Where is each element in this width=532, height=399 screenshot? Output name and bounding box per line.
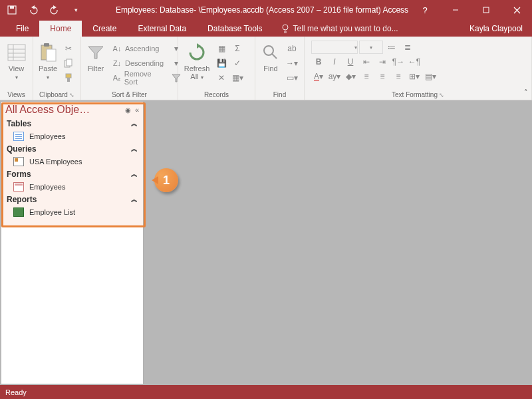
collapse-icon: ︽ (131, 170, 138, 179)
copy-icon (64, 59, 73, 68)
nav-collapse-icon[interactable]: « (135, 106, 139, 114)
align-right-button[interactable]: ≡ (391, 70, 406, 83)
tell-me-search[interactable]: Tell me what you want to do... (273, 21, 406, 37)
callout-number: 1 (163, 174, 170, 188)
nav-category-tables[interactable]: Tables︽ (1, 118, 143, 130)
delete-button[interactable]: ✕ (214, 71, 229, 84)
collapse-icon: ︽ (131, 195, 138, 204)
font-color-button[interactable]: A▾ (311, 70, 326, 83)
find-button[interactable]: Find (258, 41, 283, 74)
refresh-label: Refresh All (184, 65, 210, 80)
status-bar: Ready (0, 385, 532, 399)
ltr-icon: ¶→ (392, 57, 404, 66)
paste-button[interactable]: Paste▾ (36, 41, 60, 83)
redo-icon[interactable] (49, 5, 60, 15)
tab-create[interactable]: Create (82, 21, 127, 37)
nav-item-employees-table[interactable]: Employees (1, 130, 143, 143)
maximize-button[interactable] (471, 0, 501, 20)
descending-button[interactable]: Z↓Descending (109, 57, 166, 70)
fill-color-button[interactable]: ◆▾ (343, 70, 358, 83)
group-label-find: Find (258, 90, 301, 100)
group-clipboard: Paste▾ ✂ Clipboard ⤡ (33, 37, 81, 100)
filter-button[interactable]: Filter (84, 41, 108, 74)
outdent-icon: ⇤ (363, 57, 370, 66)
rtl-button[interactable]: ←¶ (407, 55, 422, 68)
save-icon[interactable] (7, 5, 17, 15)
nav-filter-dropdown-icon[interactable]: ◉ (125, 106, 131, 114)
tab-external-data[interactable]: External Data (127, 21, 197, 37)
replace-button[interactable]: ab (285, 42, 299, 55)
nav-category-queries[interactable]: Queries︽ (1, 143, 143, 155)
refresh-all-button[interactable]: Refresh All ▾ (181, 41, 213, 83)
qat-dropdown-icon[interactable]: ▾ (70, 5, 81, 15)
nav-category-label: Tables (7, 119, 31, 128)
spelling-button[interactable]: ✓ (230, 57, 245, 70)
undo-icon[interactable] (28, 5, 39, 15)
grid-icon: ⊞▾ (409, 72, 420, 81)
nav-category-forms[interactable]: Forms︽ (1, 168, 143, 180)
chevron-up-icon: ˄ (524, 88, 528, 96)
decrease-indent-button[interactable]: ⇤ (359, 55, 374, 68)
collapse-ribbon-button[interactable]: ˄ (524, 88, 528, 97)
bold-button[interactable]: B (311, 55, 326, 68)
nav-item-employee-list-report[interactable]: Employee List (1, 205, 143, 219)
align-left-button[interactable]: ≡ (359, 70, 374, 83)
underline-button[interactable]: U (343, 55, 358, 68)
dialog-launcher-icon[interactable]: ⤡ (69, 92, 74, 98)
format-painter-button[interactable] (61, 71, 76, 84)
select-button[interactable]: ▭▾ (285, 71, 299, 84)
svg-line-22 (272, 54, 277, 59)
bullets-button[interactable]: ≔ (384, 41, 399, 54)
new-record-button[interactable]: ▦ (214, 42, 229, 55)
minimize-button[interactable] (440, 0, 471, 20)
nav-item-employees-form[interactable]: Employees (1, 180, 143, 194)
highlight-icon: ay▾ (329, 72, 341, 81)
user-name[interactable]: Kayla Claypool (460, 21, 532, 37)
goto-button[interactable]: →▾ (285, 57, 299, 70)
nav-category-label: Queries (7, 144, 37, 154)
chevron-down-icon: ▾ (15, 74, 18, 80)
ltr-button[interactable]: ¶→ (391, 55, 406, 68)
svg-rect-18 (66, 59, 72, 66)
italic-button[interactable]: I (327, 55, 342, 68)
align-right-icon: ≡ (396, 72, 400, 81)
indent-icon: ⇥ (379, 57, 386, 66)
ascending-button[interactable]: A↓Ascending (109, 42, 166, 55)
highlight-button[interactable]: ay▾ (327, 70, 342, 83)
report-icon (13, 207, 24, 217)
tab-file[interactable]: File (5, 21, 39, 37)
alt-row-color-button[interactable]: ▤▾ (423, 70, 438, 83)
more-button[interactable]: ▦▾ (230, 71, 245, 84)
nav-item-label: USA Employees (29, 158, 82, 166)
help-button[interactable]: ? (410, 0, 440, 20)
tell-me-label: Tell me what you want to do... (293, 24, 398, 33)
totals-button[interactable]: Σ (230, 42, 245, 55)
chevron-down-icon: ▾ (354, 45, 357, 51)
form-icon (13, 182, 24, 192)
lightbulb-icon (281, 24, 289, 33)
descending-label: Descending (125, 59, 164, 67)
row-color-icon: ▤▾ (425, 72, 436, 81)
tab-home[interactable]: Home (39, 21, 82, 37)
font-family-combo[interactable]: ▾ (311, 41, 358, 54)
increase-indent-button[interactable]: ⇥ (375, 55, 390, 68)
copy-button[interactable] (61, 57, 76, 70)
align-left-icon: ≡ (364, 72, 368, 81)
cut-button[interactable]: ✂ (61, 42, 76, 55)
save-record-button[interactable]: 💾 (214, 57, 229, 70)
nav-category-reports[interactable]: Reports︽ (1, 194, 143, 205)
font-size-combo[interactable]: ▾ (359, 41, 383, 54)
nav-item-usa-employees-query[interactable]: USA Employees (1, 155, 143, 168)
nav-pane-header[interactable]: All Access Obje… ◉ « (1, 102, 143, 118)
numbering-button[interactable]: ≣ (400, 41, 415, 54)
dialog-launcher-icon[interactable]: ⤡ (439, 92, 444, 98)
gridlines-button[interactable]: ⊞▾ (407, 70, 422, 83)
align-center-button[interactable]: ≡ (375, 70, 390, 83)
quick-access-toolbar: ▾ (0, 5, 88, 15)
save-icon: 💾 (217, 59, 227, 68)
remove-sort-button[interactable]: A₂Remove Sort (109, 71, 166, 84)
view-button[interactable]: View▾ (3, 41, 30, 83)
group-sort-filter: Filter A↓Ascending Z↓Descending A₂Remove… (81, 37, 178, 100)
close-button[interactable] (501, 0, 532, 20)
tab-database-tools[interactable]: Database Tools (197, 21, 273, 37)
